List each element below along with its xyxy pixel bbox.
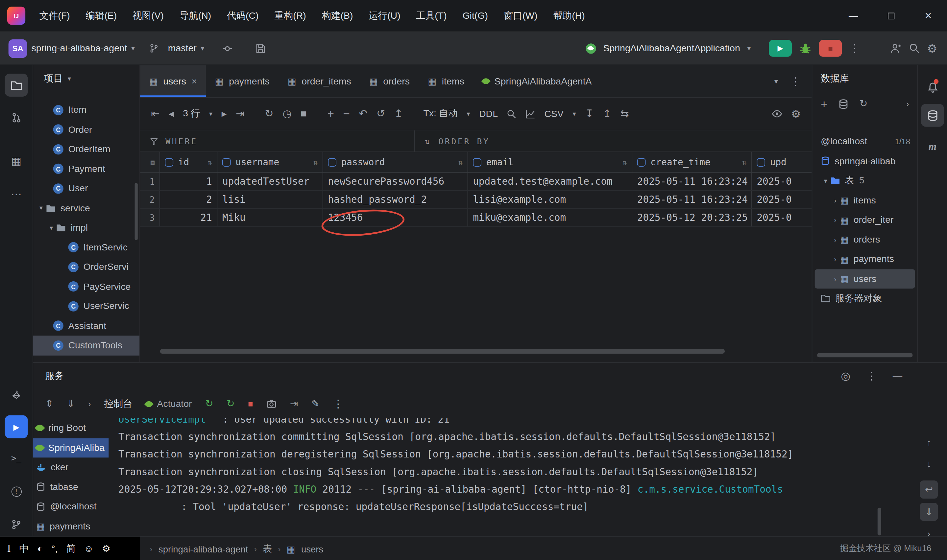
ime-punctuation-toggle[interactable]: °, — [51, 543, 57, 554]
cell-email[interactable]: miku@example.com — [468, 209, 632, 226]
last-page-icon[interactable]: ⇥ — [236, 109, 244, 119]
tree-item-payment[interactable]: CPayment — [33, 159, 139, 179]
tab-actuator[interactable]: Actuator — [146, 398, 192, 409]
previous-page-icon[interactable]: ◂ — [169, 109, 174, 119]
cell-username[interactable]: Miku — [217, 209, 323, 226]
chart-icon[interactable] — [526, 109, 535, 118]
notifications-bell-icon[interactable] — [921, 76, 944, 99]
datasource-settings-icon[interactable] — [839, 98, 849, 109]
cell-id[interactable]: 21 — [160, 209, 217, 226]
menu-window[interactable]: 窗口(W) — [496, 0, 545, 32]
expand-all-icon[interactable]: ⇕ — [45, 399, 54, 409]
db-table-order-items[interactable]: ›▦order_iter — [815, 210, 915, 230]
chevron-collapsed-icon[interactable]: › — [831, 255, 840, 263]
scroll-down-icon[interactable]: ↓ — [920, 455, 938, 473]
tree-item-orderservice[interactable]: COrderServi — [33, 257, 139, 277]
sort-icon[interactable]: ⇅ — [458, 158, 463, 166]
menu-refactor[interactable]: 重构(R) — [266, 0, 314, 32]
tree-item-customtools[interactable]: CCustomTools — [33, 335, 139, 355]
chevron-collapsed-icon[interactable]: › — [831, 197, 840, 204]
save-all-icon[interactable] — [256, 43, 266, 53]
project-tool-button[interactable] — [5, 74, 28, 97]
more-options-icon[interactable]: ⋮ — [790, 76, 801, 87]
cell-username[interactable]: updatedTestUser — [217, 172, 323, 190]
cell-password[interactable]: hashed_password_2 — [323, 191, 468, 208]
breadcrumb-project[interactable]: springai-alibaba-agent — [159, 543, 248, 554]
thread-dump-camera-icon[interactable] — [266, 398, 277, 409]
chevron-right-icon[interactable]: › — [906, 100, 909, 108]
target-icon[interactable]: ◎ — [841, 371, 850, 382]
tab-order-items[interactable]: ▦order_items — [279, 65, 360, 97]
maven-icon[interactable]: m — [921, 135, 944, 158]
submit-icon[interactable]: ↥ — [394, 109, 403, 119]
tab-orders[interactable]: ▦orders — [360, 65, 419, 97]
cell-update-time[interactable]: 2025-0 — [752, 172, 812, 190]
tree-item-item[interactable]: CItem — [33, 100, 139, 120]
tree-item-userservice[interactable]: CUserServic — [33, 297, 139, 316]
options-kebab-icon[interactable]: ⋮ — [866, 371, 877, 382]
db-table-orders[interactable]: ›▦orders — [815, 230, 915, 249]
revert-icon[interactable]: ↶ — [359, 109, 367, 119]
chevron-expanded-icon[interactable]: ▾ — [36, 204, 46, 212]
breadcrumb-tables[interactable]: 表 — [263, 543, 272, 554]
tree-item-impl-package[interactable]: ▾impl — [33, 218, 139, 238]
cell-email[interactable]: updated.test@example.com — [468, 172, 632, 190]
service-application[interactable]: SpringAiAliba — [33, 438, 109, 458]
cell-update-time[interactable]: 2025-0 — [752, 191, 812, 208]
sort-icon[interactable]: ⇅ — [742, 158, 747, 166]
stop-process-icon[interactable]: ■ — [248, 400, 253, 408]
chevron-right-icon[interactable]: › — [88, 400, 91, 408]
find-icon[interactable] — [507, 109, 517, 118]
endpoints-icon[interactable] — [5, 383, 28, 406]
tree-item-itemservice[interactable]: CItemServic — [33, 238, 139, 257]
menu-edit[interactable]: 编辑(E) — [78, 0, 125, 32]
tab-items[interactable]: ▦items — [419, 65, 473, 97]
cell-update-time[interactable]: 2025-0 — [752, 209, 812, 226]
sort-icon[interactable]: ⇅ — [622, 158, 627, 166]
column-header-password[interactable]: password⇅ — [323, 152, 468, 172]
menu-tools[interactable]: 工具(T) — [408, 0, 455, 32]
db-table-payments[interactable]: ›▦payments — [815, 249, 915, 269]
tab-payments[interactable]: ▦payments — [206, 65, 279, 97]
search-everywhere-icon[interactable] — [909, 43, 920, 54]
tree-item-order[interactable]: COrder — [33, 120, 139, 140]
cell-create-time[interactable]: 2025-05-12 20:23:25 — [632, 209, 752, 226]
refresh-icon[interactable]: ↻ — [859, 99, 868, 108]
service-database[interactable]: tabase — [33, 477, 109, 497]
console-scrollbar[interactable] — [878, 508, 881, 535]
cell-id[interactable]: 1 — [160, 172, 217, 190]
more-actions-icon[interactable]: ⋮ — [849, 43, 860, 54]
commit-icon[interactable] — [222, 43, 233, 53]
transaction-mode-label[interactable]: Tx: 自动 — [423, 108, 457, 120]
menu-file[interactable]: 文件(F) — [32, 0, 78, 32]
project-avatar[interactable]: SA — [9, 39, 27, 57]
schedule-refresh-icon[interactable]: ◷ — [282, 109, 291, 119]
minimize-button[interactable]: — — [835, 0, 872, 32]
scroll-to-end-icon[interactable]: ⇓ — [920, 503, 938, 521]
menu-view[interactable]: 视图(V) — [125, 0, 172, 32]
rerun-failed-icon[interactable]: ↻ — [226, 399, 235, 409]
version-control-icon[interactable] — [5, 513, 28, 536]
add-row-icon[interactable]: + — [327, 108, 334, 120]
close-button[interactable]: × — [910, 0, 947, 32]
ime-language-indicator[interactable]: 中 — [19, 542, 29, 555]
structure-icon[interactable]: ▦ — [5, 150, 28, 173]
services-tool-button[interactable]: ▶ — [5, 415, 28, 438]
chevron-down-icon[interactable]: ▾ — [573, 110, 576, 118]
soft-wrap-icon[interactable]: ↩ — [920, 480, 938, 498]
menu-git[interactable]: Git(G) — [455, 0, 496, 32]
first-page-icon[interactable]: ⇤ — [151, 109, 160, 119]
pull-requests-icon[interactable] — [5, 106, 28, 129]
ime-fullwidth-toggle[interactable]: ◐ — [37, 543, 43, 554]
chevron-down-icon[interactable]: ▾ — [467, 110, 470, 118]
tab-application-class[interactable]: SpringAiAlibabaAgentA — [473, 65, 601, 97]
horizontal-scrollbar[interactable] — [160, 349, 725, 354]
view-options-icon[interactable] — [772, 109, 782, 119]
chevron-collapsed-icon[interactable]: › — [831, 216, 840, 223]
column-header-username[interactable]: username⇅ — [217, 152, 323, 172]
service-localhost[interactable]: @localhost — [33, 497, 109, 517]
row-number[interactable]: 3 — [140, 209, 160, 226]
ime-simplified-toggle[interactable]: 简 — [66, 542, 75, 555]
select-all-corner[interactable]: ▦ — [140, 152, 160, 172]
menu-code[interactable]: 代码(C) — [219, 0, 266, 32]
